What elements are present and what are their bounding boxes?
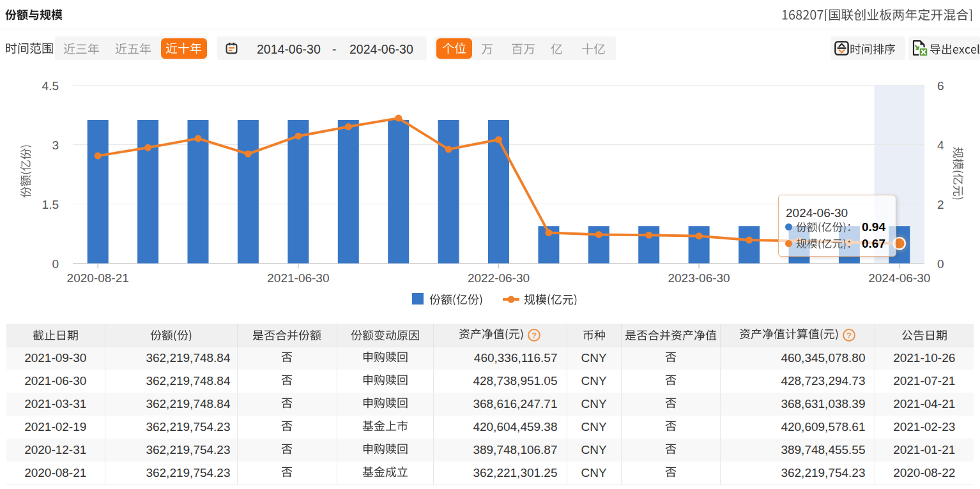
svg-text:2022-06-30: 2022-06-30 [468, 271, 530, 285]
svg-text:2: 2 [937, 198, 944, 211]
svg-text:2024-06-30: 2024-06-30 [868, 271, 930, 285]
svg-text:2021-06-30: 2021-06-30 [267, 271, 329, 285]
svg-text:0: 0 [937, 257, 944, 271]
svg-text:3: 3 [52, 139, 59, 152]
svg-text:4.5: 4.5 [42, 79, 59, 93]
svg-text:?: ? [532, 331, 537, 340]
svg-text:0: 0 [52, 257, 59, 271]
svg-text:1.5: 1.5 [42, 198, 59, 211]
svg-text:2023-06-30: 2023-06-30 [668, 271, 730, 285]
svg-text:4: 4 [937, 139, 944, 152]
svg-text:2020-08-21: 2020-08-21 [67, 271, 129, 285]
svg-text:?: ? [846, 331, 851, 340]
svg-text:6: 6 [937, 79, 944, 93]
